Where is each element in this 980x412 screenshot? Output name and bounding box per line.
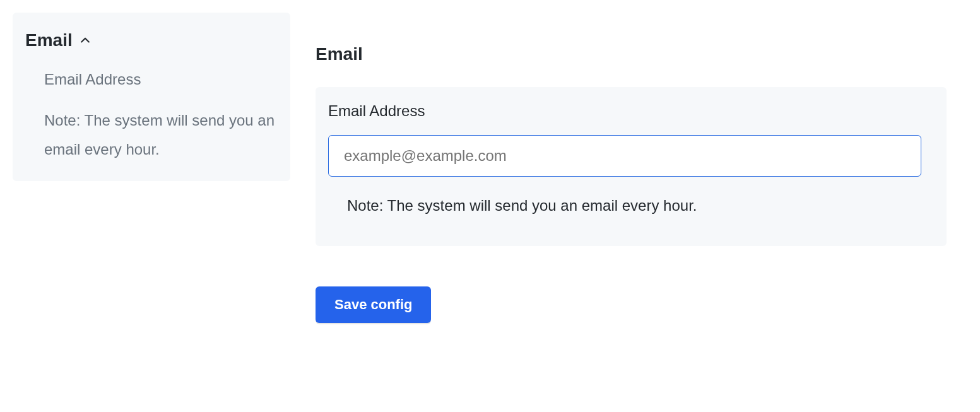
page-layout: Email Email Address Note: The system wil… bbox=[13, 13, 967, 323]
save-config-button[interactable]: Save config bbox=[316, 286, 431, 323]
main-content: Email Email Address Note: The system wil… bbox=[316, 13, 947, 323]
section-title: Email bbox=[316, 44, 947, 64]
sidebar-items: Email Address Note: The system will send… bbox=[25, 68, 278, 163]
email-input[interactable] bbox=[328, 135, 921, 177]
sidebar-group-title: Email bbox=[25, 30, 73, 50]
sidebar-note-text: Note: The system will send you an email … bbox=[44, 112, 275, 158]
sidebar-item-email-address[interactable]: Email Address bbox=[44, 68, 278, 91]
email-field-label: Email Address bbox=[328, 102, 934, 120]
sidebar: Email Email Address Note: The system wil… bbox=[13, 13, 290, 181]
chevron-up-icon bbox=[79, 34, 92, 47]
email-card: Email Address Note: The system will send… bbox=[316, 87, 947, 246]
email-note: Note: The system will send you an email … bbox=[328, 197, 934, 215]
sidebar-item-note[interactable]: Note: The system will send you an email … bbox=[44, 106, 278, 163]
sidebar-group-toggle[interactable]: Email bbox=[25, 30, 278, 50]
sidebar-item-label: Email Address bbox=[44, 71, 141, 88]
